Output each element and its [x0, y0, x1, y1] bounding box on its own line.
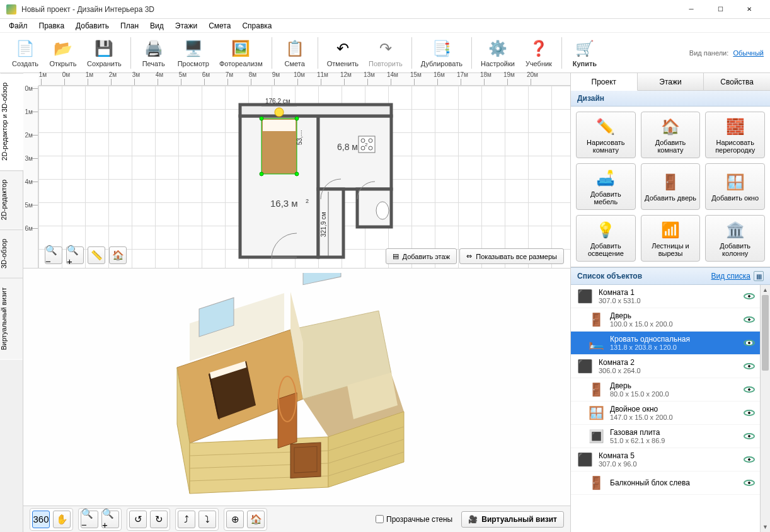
object-item-4[interactable]: 🚪Дверь80.0 х 15.0 х 200.0: [571, 378, 760, 402]
design-btn-6[interactable]: 💡Добавить освещение: [576, 215, 636, 262]
objects-scrollbar[interactable]: ▲ ▼: [760, 285, 770, 532]
transparent-walls-checkbox[interactable]: Прозрачные стены: [376, 515, 452, 524]
virtual-visit-button[interactable]: 🎥 Виртуальный визит: [461, 511, 564, 528]
svg-text:53,…: 53,…: [296, 130, 303, 145]
visibility-icon[interactable]: [744, 340, 755, 346]
menu-5[interactable]: Этажи: [170, 20, 202, 32]
toolbtn-Учебник[interactable]: ❓Учебник: [520, 35, 558, 71]
vtab-3[interactable]: Виртуальный визит: [0, 278, 23, 360]
visibility-icon[interactable]: [744, 480, 755, 486]
home-3d-button[interactable]: 🏠: [247, 511, 265, 528]
design-btn-5[interactable]: 🪟Добавить окно: [705, 163, 765, 210]
toolbtn-Фотореализм[interactable]: 🖼️Фотореализм: [214, 35, 268, 71]
toolbtn-Сохранить[interactable]: 💾Сохранить: [82, 35, 127, 71]
visibility-icon[interactable]: [744, 316, 755, 323]
canvas-2d[interactable]: 16,3 м 2 6,8 м 2 176,2 см 53,… 321,9 см: [38, 86, 570, 268]
toolbtn-Отменить[interactable]: ↶Отменить: [322, 35, 364, 71]
orbit-360-button[interactable]: 360: [32, 511, 50, 528]
scroll-up-button[interactable]: ▲: [761, 285, 770, 295]
zoom-in-3d-button[interactable]: 🔍+: [101, 511, 119, 528]
design-btn-8[interactable]: 🏛️Добавить колонну: [705, 215, 765, 262]
scroll-down-button[interactable]: ▼: [761, 522, 770, 532]
object-item-5[interactable]: 🪟Двойное окно147.0 х 15.0 х 200.0: [571, 402, 760, 425]
rp-tab-1[interactable]: Этажи: [638, 73, 704, 90]
view2d-tools: 🔍− 🔍+ 📏 🏠: [45, 246, 127, 264]
rp-tab-0[interactable]: Проект: [571, 73, 638, 91]
rp-tab-2[interactable]: Свойства: [704, 73, 770, 90]
visibility-icon[interactable]: [744, 386, 755, 393]
scroll-thumb[interactable]: [762, 295, 769, 371]
canvas-3d[interactable]: [23, 269, 570, 506]
svg-marker-48: [278, 393, 297, 448]
toolbtn-label: Открыть: [49, 60, 76, 67]
maximize-button[interactable]: ☐: [706, 0, 735, 19]
minimize-button[interactable]: ─: [677, 0, 706, 19]
design-btn-1[interactable]: 🏠Добавить комнату: [641, 112, 701, 158]
tilt-up-button[interactable]: ⤴: [178, 511, 195, 528]
measure-button[interactable]: 📏: [88, 246, 105, 264]
view-3d[interactable]: 360 ✋ 🔍− 🔍+ ↺ ↻ ⤴ ⤵: [23, 269, 570, 532]
object-item-6[interactable]: 🔳Газовая плита51.0 х 62.1 х 86.9: [571, 425, 760, 448]
menu-1[interactable]: Правка: [34, 20, 70, 32]
toolbtn-label: Настройки: [481, 60, 515, 67]
pan-button[interactable]: ✋: [53, 511, 71, 528]
object-item-7[interactable]: ⬛Комната 5307.0 х 96.0: [571, 448, 760, 471]
rotate-right-button[interactable]: ↻: [150, 511, 168, 528]
panel-view-link[interactable]: Обычный: [733, 49, 764, 57]
rotate-left-button[interactable]: ↺: [129, 511, 147, 528]
visibility-icon[interactable]: [744, 410, 755, 416]
visibility-icon[interactable]: [744, 456, 755, 463]
reset-view-button[interactable]: ⊕: [226, 511, 244, 528]
visibility-icon[interactable]: [744, 293, 755, 299]
object-item-2[interactable]: 🛏️Кровать односпальная131.8 х 203.8 х 12…: [571, 332, 760, 355]
toolbtn-icon: 📄: [15, 38, 35, 59]
menu-7[interactable]: Справка: [237, 20, 277, 32]
toolbtn-Печать[interactable]: 🖨️Печать: [135, 35, 173, 71]
toolbtn-Создать[interactable]: 📄Создать: [6, 35, 44, 71]
toolbtn-label: Сохранить: [87, 60, 122, 67]
vtab-1[interactable]: 2D-редактор: [0, 170, 23, 229]
object-item-1[interactable]: 🚪Дверь100.0 х 15.0 х 200.0: [571, 308, 760, 332]
design-btn-4[interactable]: 🚪Добавить дверь: [641, 163, 701, 210]
toolbtn-Открыть[interactable]: 📂Открыть: [44, 35, 82, 71]
menu-6[interactable]: Смета: [204, 20, 236, 32]
menu-2[interactable]: Добавить: [71, 20, 114, 32]
close-button[interactable]: ✕: [735, 0, 764, 19]
zoom-in-button[interactable]: 🔍+: [66, 246, 84, 264]
visibility-icon[interactable]: [744, 433, 755, 439]
svg-point-11: [275, 108, 284, 117]
add-floor-button[interactable]: ▤ Добавить этаж: [386, 248, 457, 264]
tilt-down-button[interactable]: ⤵: [198, 511, 216, 528]
list-view-link[interactable]: Вид списка: [711, 272, 750, 280]
toolbtn-Просмотр[interactable]: 🖥️Просмотр: [173, 35, 214, 71]
zoom-out-3d-button[interactable]: 🔍−: [81, 511, 98, 528]
show-all-sizes-button[interactable]: ⇔ Показывать все размеры: [459, 248, 564, 264]
toolbtn-Дублировать[interactable]: 📑Дублировать: [416, 35, 468, 71]
right-panel: ПроектЭтажиСвойства Дизайн ✏️Нарисовать …: [571, 73, 770, 532]
home-button[interactable]: 🏠: [109, 246, 127, 264]
design-btn-3[interactable]: 🛋️Добавить мебель: [576, 163, 636, 210]
menu-4[interactable]: Вид: [145, 20, 169, 32]
design-btn-0[interactable]: ✏️Нарисовать комнату: [576, 112, 636, 158]
object-item-3[interactable]: ⬛Комната 2306.0 х 264.0: [571, 355, 760, 378]
design-btn-label: Нарисовать перегородку: [708, 139, 762, 154]
toolbtn-Настройки[interactable]: ⚙️Настройки: [476, 35, 520, 71]
object-item-0[interactable]: ⬛Комната 1307.0 х 531.0: [571, 285, 760, 308]
toolbtn-label: Смета: [285, 60, 305, 67]
visibility-icon[interactable]: [744, 363, 755, 369]
menu-3[interactable]: План: [115, 20, 144, 32]
camera-icon: 🎥: [468, 515, 478, 524]
design-btn-2[interactable]: 🧱Нарисовать перегородку: [705, 112, 765, 158]
menu-0[interactable]: Файл: [4, 20, 33, 32]
view-2d[interactable]: 1м0м1м2м3м4м5м6м7м8м9м10м11м12м13м14м15м…: [23, 73, 570, 269]
design-btn-7[interactable]: 📶Лестницы и вырезы: [641, 215, 701, 262]
list-settings-button[interactable]: ▦: [754, 271, 764, 281]
design-btn-icon: 🚪: [660, 172, 681, 192]
zoom-out-button[interactable]: 🔍−: [45, 246, 62, 264]
toolbtn-Купить[interactable]: 🛒Купить: [566, 35, 604, 71]
design-section-title: Дизайн: [571, 91, 770, 107]
object-item-8[interactable]: 🚪Балконный блок слева: [571, 471, 760, 495]
toolbtn-icon: ↶: [333, 38, 353, 59]
vtab-2[interactable]: 3D-обзор: [0, 229, 23, 278]
toolbtn-Смета[interactable]: 📋Смета: [276, 35, 314, 71]
